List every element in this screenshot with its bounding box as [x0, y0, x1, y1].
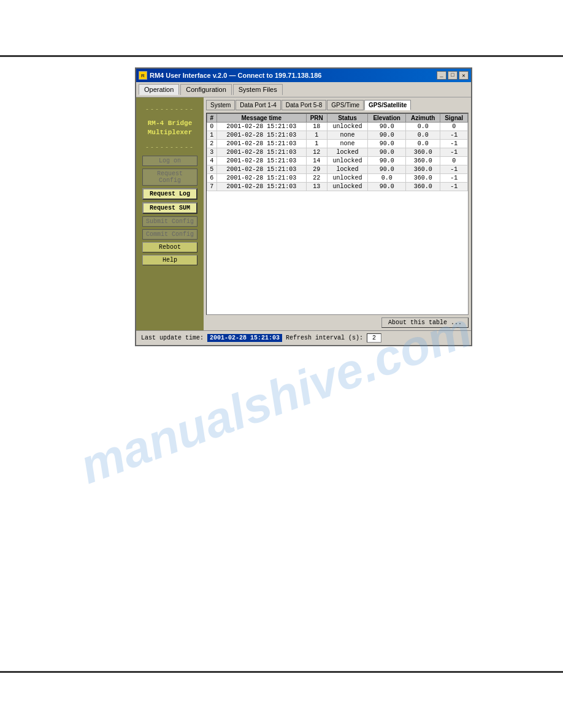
sub-tab-data-port-5-8[interactable]: Data Port 5-8	[282, 100, 326, 110]
sub-tabs: System Data Port 1-4 Data Port 5-8 GPS/T…	[206, 100, 469, 110]
cell-prn: 13	[306, 183, 327, 191]
about-btn-row: About this table ...	[206, 317, 469, 328]
cell-prn: 1	[306, 131, 327, 140]
cell-signal: -1	[440, 183, 468, 191]
last-update-time: 2001-02-28 15:21:03	[207, 334, 282, 342]
maximize-button[interactable]: □	[448, 71, 458, 80]
cell-azimuth: 360.0	[406, 174, 440, 183]
content-area: ---------- RM-4 Bridge Multiplexer -----…	[136, 97, 471, 330]
cell-time: 2001-02-28 15:21:03	[216, 123, 306, 131]
satellite-table: # Message time PRN Status Elevation Azim…	[207, 113, 468, 191]
request-config-button[interactable]: Request Config	[142, 169, 197, 186]
tab-system-files[interactable]: System Files	[233, 84, 283, 95]
cell-num: 4	[207, 157, 217, 165]
cell-status: unlocked	[327, 157, 367, 165]
about-table-button[interactable]: About this table ...	[381, 317, 469, 328]
refresh-interval-input[interactable]	[367, 333, 381, 343]
cell-azimuth: 0.0	[406, 140, 440, 148]
data-table-container: # Message time PRN Status Elevation Azim…	[206, 113, 469, 315]
top-decorative-bar	[0, 55, 563, 57]
table-row: 32001-02-28 15:21:0312locked90.0360.0-1	[207, 148, 468, 157]
main-window: R RM4 User Interface v.2.0 — Connect to …	[135, 67, 472, 346]
refresh-label: Refresh interval (s):	[286, 335, 363, 341]
cell-elevation: 0.0	[368, 174, 406, 183]
cell-time: 2001-02-28 15:21:03	[216, 165, 306, 174]
last-update-label: Last update time:	[141, 335, 204, 341]
status-bar: Last update time: 2001-02-28 15:21:03 Re…	[136, 330, 471, 345]
col-header-msg-time: Message time	[216, 114, 306, 123]
sidebar: ---------- RM-4 Bridge Multiplexer -----…	[136, 97, 204, 330]
sub-tab-gps-satellite[interactable]: GPS/Satellite	[364, 100, 411, 110]
cell-signal: -1	[440, 148, 468, 157]
col-header-signal: Signal	[440, 114, 468, 123]
cell-status: unlocked	[327, 183, 367, 191]
cell-prn: 22	[306, 174, 327, 183]
cell-prn: 14	[306, 157, 327, 165]
main-panel: System Data Port 1-4 Data Port 5-8 GPS/T…	[204, 97, 471, 330]
request-sum-button[interactable]: Request SUM	[142, 202, 197, 214]
sub-tab-data-port-1-4[interactable]: Data Port 1-4	[236, 100, 280, 110]
cell-elevation: 90.0	[368, 157, 406, 165]
cell-time: 2001-02-28 15:21:03	[216, 131, 306, 140]
cell-signal: -1	[440, 174, 468, 183]
cell-status: locked	[327, 165, 367, 174]
title-buttons: _ □ ✕	[437, 71, 469, 80]
cell-status: none	[327, 140, 367, 148]
col-header-status: Status	[327, 114, 367, 123]
app-icon: R	[139, 71, 147, 80]
cell-azimuth: 360.0	[406, 148, 440, 157]
cell-elevation: 90.0	[368, 123, 406, 131]
sidebar-divider-1: ----------	[145, 106, 194, 113]
minimize-button[interactable]: _	[437, 71, 446, 80]
cell-status: locked	[327, 148, 367, 157]
cell-signal: 0	[440, 123, 468, 131]
table-row: 72001-02-28 15:21:0313unlocked90.0360.0-…	[207, 183, 468, 191]
cell-num: 6	[207, 174, 217, 183]
cell-azimuth: 0.0	[406, 131, 440, 140]
title-bar-left: R RM4 User Interface v.2.0 — Connect to …	[139, 71, 321, 80]
cell-elevation: 90.0	[368, 183, 406, 191]
cell-time: 2001-02-28 15:21:03	[216, 148, 306, 157]
tab-configuration[interactable]: Configuration	[180, 84, 231, 95]
cell-status: unlocked	[327, 123, 367, 131]
cell-num: 5	[207, 165, 217, 174]
close-button[interactable]: ✕	[459, 71, 469, 80]
cell-time: 2001-02-28 15:21:03	[216, 157, 306, 165]
cell-elevation: 90.0	[368, 131, 406, 140]
bottom-decorative-bar	[0, 671, 563, 673]
cell-elevation: 90.0	[368, 148, 406, 157]
table-row: 22001-02-28 15:21:031none90.00.0-1	[207, 140, 468, 148]
sub-tab-system[interactable]: System	[206, 100, 235, 110]
cell-azimuth: 360.0	[406, 183, 440, 191]
sub-tab-gps-time[interactable]: GPS/Time	[327, 100, 364, 110]
reboot-button[interactable]: Reboot	[142, 242, 197, 252]
cell-signal: -1	[440, 140, 468, 148]
commit-config-button[interactable]: Commit Config	[142, 229, 197, 240]
cell-prn: 12	[306, 148, 327, 157]
cell-signal: -1	[440, 165, 468, 174]
table-row: 12001-02-28 15:21:031none90.00.0-1	[207, 131, 468, 140]
submit-config-button[interactable]: Submit Config	[142, 216, 197, 227]
tab-operation[interactable]: Operation	[139, 84, 179, 95]
cell-status: none	[327, 131, 367, 140]
cell-status: unlocked	[327, 174, 367, 183]
cell-num: 2	[207, 140, 217, 148]
cell-elevation: 90.0	[368, 140, 406, 148]
cell-prn: 18	[306, 123, 327, 131]
cell-num: 1	[207, 131, 217, 140]
col-header-azimuth: Azimuth	[406, 114, 440, 123]
col-header-elevation: Elevation	[368, 114, 406, 123]
help-button[interactable]: Help	[142, 255, 197, 265]
col-header-num: #	[207, 114, 217, 123]
col-header-prn: PRN	[306, 114, 327, 123]
cell-num: 0	[207, 123, 217, 131]
table-row: 42001-02-28 15:21:0314unlocked90.0360.00	[207, 157, 468, 165]
cell-signal: 0	[440, 157, 468, 165]
cell-azimuth: 0.0	[406, 123, 440, 131]
sidebar-title: RM-4 Bridge Multiplexer	[148, 119, 193, 138]
request-log-button[interactable]: Request Log	[142, 188, 197, 200]
cell-azimuth: 360.0	[406, 157, 440, 165]
window-title: RM4 User Interface v.2.0 — Connect to 19…	[150, 72, 321, 79]
log-on-button[interactable]: Log on	[142, 156, 197, 166]
menu-bar: Operation Configuration System Files	[136, 82, 471, 97]
